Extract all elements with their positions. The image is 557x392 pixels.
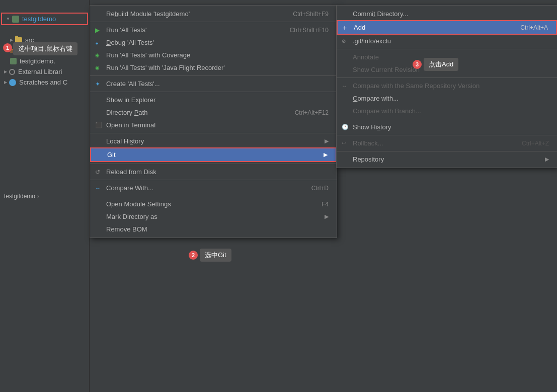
compare-branch-label: Compare with Branch... <box>353 107 421 115</box>
module-icon <box>12 16 19 23</box>
compare-with2-label: Compare with... <box>353 95 399 102</box>
menu-item-open-terminal[interactable]: ⬛ Open in Terminal <box>90 119 337 131</box>
tree-item-iml[interactable]: testgitdemo. <box>0 56 89 66</box>
menu-item-debug-all[interactable]: ⬥ Debug 'All Tests' <box>90 36 337 49</box>
run-icon: ▶ <box>95 27 100 34</box>
menu-item-rebuild[interactable]: Rebuild Module 'testgitdemo' Ctrl+Shift+… <box>90 8 337 20</box>
run-flight-label: Run 'All Tests' with 'Java Flight Record… <box>106 64 225 71</box>
step-badge-3: 3 <box>413 60 422 69</box>
git-sep-5 <box>337 151 557 151</box>
terminal-icon: ⬛ <box>95 122 102 128</box>
git-sep-1 <box>337 49 557 49</box>
git-menu-rollback[interactable]: ↩ Rollback... Ctrl+Alt+Z <box>337 137 557 149</box>
separator-6 <box>90 180 337 180</box>
annotation-2-wrapper: 2 选中Git <box>189 249 229 262</box>
menu-item-git[interactable]: Git ▶ <box>90 147 337 162</box>
annotation-3-text: 点击Add <box>424 58 458 71</box>
extlib-icon <box>9 69 15 75</box>
separator-4 <box>90 133 337 133</box>
menu-item-reload-disk[interactable]: ↺ Reload from Disk <box>90 166 337 178</box>
git-menu-git-info[interactable]: ⊘ .git/info/exclu <box>337 35 557 47</box>
rollback-label: Rollback... <box>353 139 383 147</box>
menu-item-mark-dir[interactable]: Mark Directory as ▶ <box>90 210 337 223</box>
local-history-arrow: ▶ <box>325 138 329 144</box>
add-icon: + <box>343 24 347 32</box>
tree-item-scratches[interactable]: ▶ Scratches and C <box>0 77 89 88</box>
breadcrumb-chevron: › <box>37 193 39 200</box>
annotation-1-text: 选中项目,鼠标右键 <box>13 42 77 55</box>
menu-item-compare-with[interactable]: ↔ Compare With... Ctrl+D <box>90 182 337 194</box>
add-label: Add <box>354 24 365 31</box>
open-terminal-label: Open in Terminal <box>106 121 155 129</box>
compare-same-label: Compare with the Same Repository Version <box>353 82 480 90</box>
compare-icon: ↔ <box>95 185 101 191</box>
separator-1 <box>90 22 337 22</box>
debug-icon: ⬥ <box>95 39 99 46</box>
tree-item-testgitdemo[interactable]: ▼ testgitdemo <box>1 13 88 25</box>
add-shortcut: Ctrl+Alt+A <box>508 24 548 31</box>
show-history-label: Show History <box>353 123 391 131</box>
menu-item-run-flight[interactable]: ◉ Run 'All Tests' with 'Java Flight Reco… <box>90 61 337 74</box>
flight-icon: ◉ <box>95 65 100 70</box>
git-sep-4 <box>337 135 557 135</box>
menu-item-show-explorer[interactable]: Show in Explorer <box>90 94 337 106</box>
rollback-shortcut: Ctrl+Alt+Z <box>510 140 549 147</box>
git-submenu-arrow: ▶ <box>324 151 328 158</box>
tree-item-iml-label: testgitdemo. <box>20 57 55 65</box>
menu-item-run-coverage[interactable]: ◉ Run 'All Tests' with Coverage <box>90 49 337 61</box>
git-info-label: .git/info/exclu <box>353 37 391 45</box>
scratch-icon <box>9 79 16 86</box>
mark-dir-label: Mark Directory as <box>106 213 157 220</box>
rebuild-shortcut: Ctrl+Shift+F9 <box>281 11 329 18</box>
git-menu-show-history[interactable]: 🕐 Show History <box>337 121 557 133</box>
menu-item-run-all[interactable]: ▶ Run 'All Tests' Ctrl+Shift+F10 <box>90 24 337 36</box>
annotation-3-wrapper: 3 点击Add <box>413 58 456 71</box>
git-menu-compare-with[interactable]: Compare with... <box>337 92 557 105</box>
rollback-icon: ↩ <box>342 140 346 146</box>
reload-icon: ↺ <box>95 169 100 176</box>
create-icon: ✦ <box>95 81 100 88</box>
coverage-icon: ◉ <box>95 52 100 58</box>
git-menu-repository[interactable]: Repository ▶ <box>337 153 557 166</box>
git-menu-commit-dir[interactable]: Commit Directory... <box>337 8 557 20</box>
show-current-label: Show Current Revision <box>353 66 420 73</box>
show-explorer-label: Show in Explorer <box>106 96 155 104</box>
run-all-shortcut: Ctrl+Shift+F10 <box>278 27 329 34</box>
annotate-label: Annotate <box>353 53 379 61</box>
run-all-label: Run 'All Tests' <box>106 26 147 34</box>
compare-with-label: Compare With... <box>106 184 153 192</box>
menu-item-local-history[interactable]: Local History ▶ <box>90 135 337 147</box>
tree-item-testgitdemo-label: testgitdemo <box>22 15 56 23</box>
local-history-label: Local History <box>106 137 144 145</box>
debug-all-label: Debug 'All Tests' <box>106 39 154 46</box>
dir-path-label: Directory Path <box>106 109 147 116</box>
iml-icon <box>10 58 17 64</box>
menu-item-dir-path[interactable]: Directory Path Ctrl+Alt+F12 <box>90 106 337 119</box>
commit-dir-label: Commit Directory... <box>353 10 408 18</box>
remove-bom-label: Remove BOM <box>106 225 147 233</box>
git-sep-3 <box>337 119 557 119</box>
menu-item-create-all[interactable]: ✦ Create 'All Tests'... <box>90 77 337 90</box>
module-settings-label: Open Module Settings <box>106 200 171 208</box>
compare-repo-icon: ↔ <box>342 83 347 89</box>
repository-arrow: ▶ <box>545 156 549 163</box>
tree-item-extlibs-label: External Librari <box>18 68 62 75</box>
history-icon: 🕐 <box>342 124 349 130</box>
separator-5 <box>90 164 337 164</box>
separator-7 <box>90 196 337 196</box>
menu-item-remove-bom[interactable]: Remove BOM <box>90 223 337 236</box>
tree-item-extlibs[interactable]: ▶ External Librari <box>0 66 89 77</box>
git-label: Git <box>107 151 116 159</box>
git-submenu: Commit Directory... + Add Ctrl+Alt+A ⊘ .… <box>336 5 557 168</box>
git-menu-add[interactable]: + Add Ctrl+Alt+A <box>337 20 557 35</box>
project-panel: testgitdemo › Project ▾ ▼ testgitdemo ▼ … <box>0 0 90 392</box>
git-menu-compare-same[interactable]: ↔ Compare with the Same Repository Versi… <box>337 80 557 92</box>
compare-with-shortcut: Ctrl+D <box>299 185 329 192</box>
git-sep-2 <box>337 77 557 78</box>
git-menu-compare-branch[interactable]: Compare with Branch... <box>337 105 557 117</box>
repository-label: Repository <box>353 155 384 163</box>
context-menu: Rebuild Module 'testgitdemo' Ctrl+Shift+… <box>90 5 337 238</box>
step-badge-2: 2 <box>189 251 198 260</box>
menu-item-module-settings[interactable]: Open Module Settings F4 <box>90 198 337 210</box>
annotation-2-text: 选中Git <box>200 249 231 262</box>
